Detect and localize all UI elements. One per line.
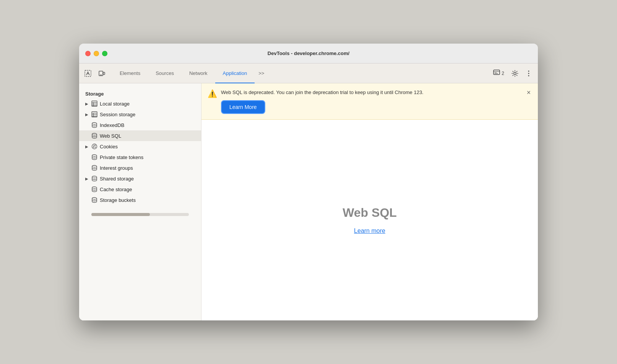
close-banner-button[interactable]: × — [524, 88, 533, 97]
badge-count: 2 — [502, 71, 504, 76]
table-icon — [91, 101, 97, 107]
warning-message: Web SQL is deprecated. You can join the … — [221, 89, 532, 96]
svg-point-29 — [92, 155, 97, 157]
close-button[interactable] — [85, 51, 91, 56]
svg-point-30 — [92, 166, 97, 167]
maximize-button[interactable] — [102, 51, 107, 56]
sidebar-item-label: Local storage — [100, 101, 130, 107]
arrow-icon: ▶ — [85, 145, 88, 149]
svg-point-11 — [528, 75, 529, 76]
web-sql-content: Web SQL Learn more — [201, 120, 538, 321]
sidebar-item-label: Interest groups — [100, 165, 133, 171]
toolbar-icons — [82, 68, 107, 79]
svg-point-23 — [92, 133, 97, 135]
sidebar-section-title: Storage — [79, 88, 201, 98]
warning-icon: ⚠️ — [208, 89, 217, 98]
tab-network[interactable]: Network — [182, 64, 215, 83]
sidebar-item-label: Storage buckets — [100, 197, 136, 203]
tab-application[interactable]: Application — [215, 64, 255, 83]
svg-point-10 — [528, 73, 529, 74]
sidebar-item-label: Cache storage — [100, 187, 132, 192]
sidebar-item-label: Session storage — [100, 112, 135, 117]
sidebar-item-label: Web SQL — [100, 133, 121, 139]
sidebar-item-storage-buckets[interactable]: ▶ Storage buckets — [79, 195, 201, 205]
message-icon — [493, 69, 500, 77]
sidebar-item-cache-storage[interactable]: ▶ Cache storage — [79, 184, 201, 195]
sidebar-item-shared-storage[interactable]: ▶ Shared storage — [79, 173, 201, 184]
tab-elements[interactable]: Elements — [112, 64, 148, 83]
svg-point-27 — [94, 145, 95, 146]
tabbar-right: 2 — [490, 67, 535, 80]
svg-point-33 — [92, 198, 97, 200]
inspect-icon[interactable] — [82, 68, 94, 79]
messages-badge-button[interactable]: 2 — [490, 68, 507, 79]
warning-text: Web SQL is deprecated. You can join the … — [221, 89, 532, 114]
tab-sources[interactable]: Sources — [148, 64, 182, 83]
sidebar-item-label: IndexedDB — [100, 122, 124, 128]
more-options-icon-button[interactable] — [523, 67, 535, 80]
web-sql-learn-more-link[interactable]: Learn more — [354, 227, 385, 234]
arrow-icon: ▶ — [85, 112, 88, 117]
svg-point-24 — [92, 144, 97, 149]
svg-point-9 — [528, 70, 529, 72]
arrow-icon: ▶ — [85, 177, 88, 181]
svg-point-8 — [514, 72, 516, 75]
sidebar-item-label: Private state tokens — [100, 154, 143, 160]
svg-point-22 — [92, 123, 97, 125]
tabs: Elements Sources Network Application >> — [112, 63, 490, 83]
db-icon — [91, 176, 97, 182]
svg-point-28 — [93, 147, 94, 148]
arrow-icon: ▶ — [85, 102, 88, 106]
sidebar-item-label: Shared storage — [100, 176, 134, 182]
content-panel: ⚠️ Web SQL is deprecated. You can join t… — [201, 83, 538, 320]
sidebar-item-indexeddb[interactable]: ▶ IndexedDB — [79, 120, 201, 130]
db-icon — [91, 165, 97, 171]
sidebar-item-label: Cookies — [100, 144, 118, 150]
svg-point-26 — [95, 147, 96, 148]
svg-point-31 — [92, 176, 97, 178]
device-icon[interactable] — [96, 68, 107, 79]
sidebar-item-web-sql[interactable]: ▶ Web SQL — [79, 130, 201, 141]
table-icon — [91, 111, 97, 117]
minimize-button[interactable] — [94, 51, 99, 56]
sidebar-item-session-storage[interactable]: ▶ Session storage — [79, 109, 201, 120]
tabbar: Elements Sources Network Application >> — [79, 63, 538, 83]
sidebar-item-interest-groups[interactable]: ▶ Interest groups — [79, 162, 201, 173]
svg-rect-4 — [494, 70, 500, 75]
tab-more[interactable]: >> — [255, 63, 268, 83]
db-icon — [91, 133, 97, 139]
sidebar-scrollbar[interactable] — [91, 213, 189, 216]
learn-more-button[interactable]: Learn More — [221, 100, 265, 114]
sidebar-item-local-storage[interactable]: ▶ Local storage — [79, 98, 201, 109]
svg-rect-2 — [103, 72, 105, 75]
sidebar: Storage ▶ Local storage ▶ — [79, 83, 201, 320]
cookie-icon — [91, 143, 97, 150]
db-icon — [91, 186, 97, 192]
db-icon — [91, 197, 97, 203]
web-sql-title: Web SQL — [343, 206, 397, 220]
titlebar: DevTools - developer.chrome.com/ — [79, 44, 538, 63]
sidebar-scrollbar-thumb — [91, 213, 150, 216]
svg-point-25 — [93, 146, 94, 146]
sidebar-item-private-state-tokens[interactable]: ▶ Private state tokens — [79, 152, 201, 162]
traffic-lights — [85, 51, 107, 56]
window-title: DevTools - developer.chrome.com/ — [268, 50, 349, 56]
db-icon — [91, 154, 97, 160]
warning-banner: ⚠️ Web SQL is deprecated. You can join t… — [201, 83, 538, 120]
settings-icon-button[interactable] — [509, 67, 521, 80]
db-icon — [91, 122, 97, 128]
devtools-window: DevTools - developer.chrome.com/ Element — [79, 44, 538, 320]
svg-point-32 — [92, 187, 97, 189]
main-area: Storage ▶ Local storage ▶ — [79, 83, 538, 320]
sidebar-item-cookies[interactable]: ▶ Cookies — [79, 141, 201, 152]
